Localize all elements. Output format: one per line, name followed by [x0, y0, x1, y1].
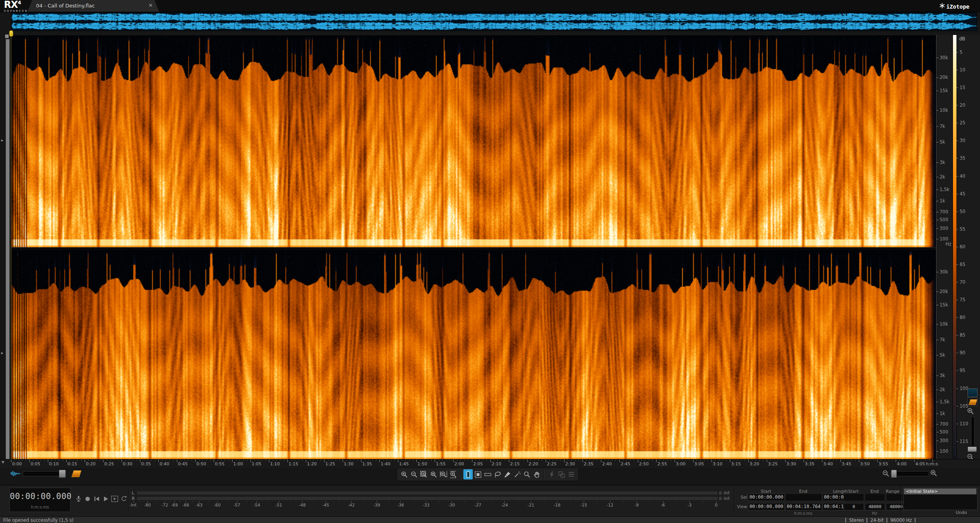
spectrogram-blend-icon[interactable] [71, 470, 81, 476]
meter-readout-left: -Inf. [723, 491, 730, 495]
sel-freq-end-field[interactable] [865, 494, 885, 501]
time-tick [763, 459, 763, 461]
horizontal-zoom-out-icon[interactable] [882, 470, 890, 477]
zoom-out-tool[interactable] [409, 469, 419, 479]
time-tick [122, 459, 122, 462]
zoom-frequency-tool[interactable] [448, 469, 458, 479]
right-channel-arrow-icon[interactable]: ▸ [1, 350, 4, 355]
time-tick [413, 459, 413, 461]
db-tick [956, 353, 958, 353]
view-freq-end-field[interactable]: 48000 [865, 503, 885, 510]
db-tick-label: 110 [960, 421, 968, 426]
time-tick [29, 459, 30, 462]
zoom-in-tool[interactable] [399, 469, 409, 479]
blend-slider-handle[interactable] [59, 470, 66, 478]
instant-process-tool[interactable] [547, 469, 556, 479]
left-channel-arrow-icon[interactable]: ▸ [1, 138, 4, 143]
lasso-selection-tool[interactable] [493, 469, 502, 479]
time-tick [169, 459, 170, 461]
record-button[interactable] [83, 494, 92, 503]
time-tick [855, 459, 856, 461]
options-list-tool[interactable] [566, 469, 576, 479]
time-tick [398, 459, 398, 462]
status-message: File opened successfully (1,5 s) [3, 518, 74, 523]
meter-minor-tick [544, 501, 544, 502]
time-tick-label: 1:20 [307, 461, 317, 467]
time-tick [538, 459, 539, 461]
vertical-scrollbar[interactable] [5, 39, 10, 460]
frequency-unit-label: Hz [946, 241, 951, 247]
zoom-selection-tool[interactable] [419, 469, 428, 479]
view-start-field[interactable]: 00:00:00.000 [748, 503, 785, 510]
meter-tick-label: -57 [233, 503, 240, 507]
find-similar-tool[interactable] [522, 469, 532, 479]
horizontal-zoom-in-icon[interactable] [930, 469, 938, 477]
time-tick [918, 459, 918, 461]
spectrogram-view-thumbnail[interactable] [967, 397, 978, 406]
spectrogram-left-channel[interactable] [11, 35, 936, 247]
time-frequency-selection-tool[interactable] [473, 469, 483, 479]
zoom-time-tool[interactable] [439, 469, 448, 479]
db-tick-label: 35 [960, 155, 965, 161]
izotope-star-icon [939, 3, 945, 10]
undo-history-selected-item[interactable]: <Initial State> [904, 488, 976, 494]
view-freq-start-field[interactable]: 0 [844, 503, 864, 510]
frequency-scale-left-channel: 30k20k15k10k7k5k3k2k1,5k1k700500300100 [936, 35, 954, 247]
time-tick [37, 459, 37, 461]
time-tick [737, 459, 738, 461]
waveform-blend-icon[interactable] [10, 470, 20, 477]
time-tick [630, 459, 631, 461]
time-tick [490, 459, 491, 462]
time-tick [166, 459, 166, 461]
playhead-marker[interactable] [9, 30, 13, 37]
time-tick [549, 459, 550, 461]
time-tick [310, 459, 310, 461]
brush-selection-tool[interactable] [503, 469, 512, 479]
sel-start-field[interactable]: 00:00:00.000 [748, 494, 785, 501]
vertical-zoom-slider[interactable] [971, 417, 975, 446]
horizontal-zoom-handle[interactable] [891, 470, 897, 478]
time-tick [379, 459, 380, 462]
time-tick [929, 459, 929, 461]
time-tick [291, 459, 292, 461]
loop-button[interactable] [120, 494, 128, 503]
overview-waveform[interactable] [11, 13, 976, 31]
time-tick-label: 2:10 [492, 461, 501, 467]
sel-end-field[interactable] [785, 494, 822, 501]
toolbar-separator [544, 470, 544, 479]
sel-freq-start-field[interactable] [844, 494, 864, 501]
time-tick [822, 459, 822, 462]
vertical-zoom-handle[interactable] [967, 446, 977, 452]
play-selection-button[interactable] [111, 494, 119, 503]
time-tick [888, 459, 889, 461]
sel-row-label: Sel [736, 495, 747, 500]
file-tab[interactable]: 04 - Call of Destiny.flac × [27, 0, 159, 12]
grab-tool[interactable] [532, 469, 541, 479]
go-to-start-button[interactable] [93, 494, 101, 503]
frequency-selection-tool[interactable] [483, 469, 492, 479]
view-end-field[interactable]: 00:04:10.764 [785, 503, 822, 510]
waveform-view-thumbnail[interactable] [967, 388, 978, 397]
freq-tick [936, 142, 938, 142]
meter-right-label: R [132, 496, 135, 501]
spectrogram-right-channel[interactable] [11, 250, 936, 459]
time-tick [479, 459, 479, 461]
record-monitor-button[interactable] [74, 494, 83, 503]
magic-wand-tool[interactable] [512, 469, 522, 479]
time-tick-label: 2:30 [565, 461, 575, 467]
zoom-full-tool[interactable] [429, 469, 438, 479]
separator-pipe [886, 518, 887, 523]
meter-minor-tick [192, 501, 193, 502]
time-tick [324, 459, 325, 462]
meter-tick-label: -6 [661, 503, 665, 507]
time-tick [711, 459, 712, 462]
time-tick [188, 459, 188, 461]
db-tick [956, 317, 958, 318]
time-selection-tool[interactable] [463, 469, 473, 479]
vertical-zoom-in-icon[interactable] [967, 407, 975, 415]
compare-tool[interactable] [557, 469, 566, 479]
time-ruler[interactable]: ▼ h:m:s 0:000:050:100:150:200:250:300:35… [0, 459, 980, 468]
play-button[interactable] [102, 494, 110, 503]
time-tick [258, 459, 258, 461]
close-tab-icon[interactable]: × [148, 2, 153, 8]
